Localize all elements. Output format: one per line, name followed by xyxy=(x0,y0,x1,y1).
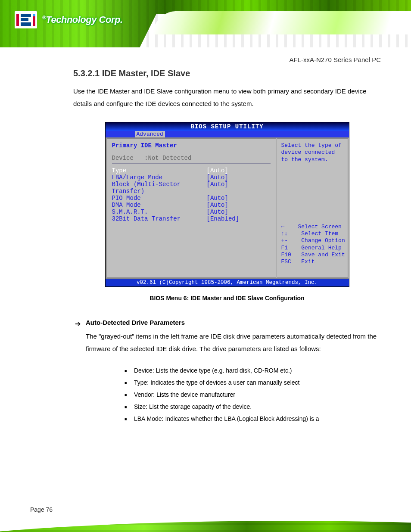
option-title: Auto-Detected Drive Parameters xyxy=(86,319,379,326)
bios-setting-label: 32Bit Data Transfer xyxy=(112,215,207,222)
svg-point-6 xyxy=(33,14,35,16)
bullet-item: Vendor: Lists the device manufacturer xyxy=(125,389,379,401)
bottom-banner xyxy=(0,476,411,532)
logo-brand: Technology Corp. xyxy=(46,14,122,25)
bios-tab-row: Advanced xyxy=(106,131,349,137)
bios-setting-label: S.M.A.R.T. xyxy=(112,208,207,215)
svg-rect-3 xyxy=(21,18,28,21)
option-body: The "grayed-out" items in the left frame… xyxy=(86,330,379,355)
intro-paragraph: Use the IDE Master and IDE Slave configu… xyxy=(73,85,381,110)
svg-rect-2 xyxy=(21,14,31,17)
bios-device-line: Device :Not Detected xyxy=(112,155,271,162)
swoosh-decor xyxy=(152,11,411,34)
bios-setting-row: LBA/Large Mode[Auto] xyxy=(112,174,271,181)
bios-key-line: ← Select Screen xyxy=(281,224,343,230)
svg-rect-1 xyxy=(16,14,19,26)
bios-body: Primary IDE Master Device :Not Detected … xyxy=(106,137,349,279)
bullet-item: Size: List the storage capacity of the d… xyxy=(125,401,379,413)
bios-title: BIOS SETUP UTILITY xyxy=(106,122,349,131)
bios-setting-row: PIO Mode[Auto] xyxy=(112,195,271,202)
bios-setting-row: Block (Multi-Sector Transfer)[Auto] xyxy=(112,181,271,195)
bios-setting-value: [Auto] xyxy=(207,167,228,174)
figure-caption: BIOS Menu 6: IDE Master and IDE Slave Co… xyxy=(73,295,381,302)
bios-key-line: F1 General Help xyxy=(281,245,343,252)
bios-setting-value: [Auto] xyxy=(207,208,228,215)
option-block: ➔ Auto-Detected Drive Parameters The "gr… xyxy=(75,319,381,425)
page-content: AFL-xxA-N270 Series Panel PC 5.3.2.1 IDE… xyxy=(0,56,411,467)
logo-icon xyxy=(15,11,37,28)
bios-setting-row: S.M.A.R.T.[Auto] xyxy=(112,208,271,215)
bios-setting-row: DMA Mode[Auto] xyxy=(112,202,271,208)
bios-setting-value: [Enabled] xyxy=(207,215,240,222)
bios-key-line: F10 Save and Exit xyxy=(281,252,343,258)
bios-setting-value: [Auto] xyxy=(207,202,228,208)
bios-key-line: ESC Exit xyxy=(281,258,343,265)
bios-key-line: ↑↓ Select Item xyxy=(281,230,343,237)
bios-setting-label: DMA Mode xyxy=(112,202,207,208)
page-title-row: AFL-xxA-N270 Series Panel PC xyxy=(73,56,381,63)
product-name: AFL-xxA-N270 Series Panel PC xyxy=(289,56,381,63)
bios-left-panel: Primary IDE Master Device :Not Detected … xyxy=(106,137,276,279)
logo-text: ®Technology Corp. xyxy=(42,14,123,25)
bios-setting-label: PIO Mode xyxy=(112,195,207,202)
parameter-bullets: Device: Lists the device type (e.g. hard… xyxy=(125,364,379,425)
bullet-item: LBA Mode: Indicates whether the LBA (Log… xyxy=(125,413,379,425)
section-heading: 5.3.2.1 IDE Master, IDE Slave xyxy=(73,68,381,78)
bios-key-legend: ← Select Screen↑↓ Select Item+- Change O… xyxy=(281,224,343,266)
white-arc-decor xyxy=(224,446,411,506)
bios-setting-label: Block (Multi-Sector Transfer) xyxy=(112,181,207,195)
bios-footer: v02.61 (C)Copyright 1985-2006, American … xyxy=(106,279,349,286)
bios-setting-label: LBA/Large Mode xyxy=(112,174,207,181)
bios-tab-advanced: Advanced xyxy=(135,131,165,137)
bullet-item: Device: Lists the device type (e.g. hard… xyxy=(125,364,379,376)
bios-key-line: +- Change Option xyxy=(281,237,343,244)
bios-setting-value: [Auto] xyxy=(207,181,228,195)
bios-device-value: :Not Detected xyxy=(144,155,191,162)
bios-device-label: Device xyxy=(112,155,134,162)
bios-help-text: Select the type of device connected to t… xyxy=(281,142,343,163)
bios-divider xyxy=(112,163,271,164)
bios-setting-row: Type[Auto] xyxy=(112,167,271,174)
bios-setting-row: 32Bit Data Transfer[Enabled] xyxy=(112,215,271,222)
bios-panel-title: Primary IDE Master xyxy=(112,142,271,149)
logo: ®Technology Corp. xyxy=(15,11,123,28)
bios-settings-list: Type[Auto]LBA/Large Mode[Auto]Block (Mul… xyxy=(112,167,271,222)
svg-rect-4 xyxy=(21,22,31,26)
bios-setting-value: [Auto] xyxy=(207,195,228,202)
bios-divider xyxy=(112,151,271,151)
bios-setting-label: Type xyxy=(112,167,207,174)
top-banner: ®Technology Corp. xyxy=(0,0,411,47)
bios-help-panel: Select the type of device connected to t… xyxy=(276,137,349,279)
arrow-icon: ➔ xyxy=(75,320,81,425)
bios-screenshot: BIOS SETUP UTILITY Advanced Primary IDE … xyxy=(105,122,349,287)
bullet-item: Type: Indicates the type of devices a us… xyxy=(125,376,379,389)
bios-setting-value: [Auto] xyxy=(207,174,228,181)
